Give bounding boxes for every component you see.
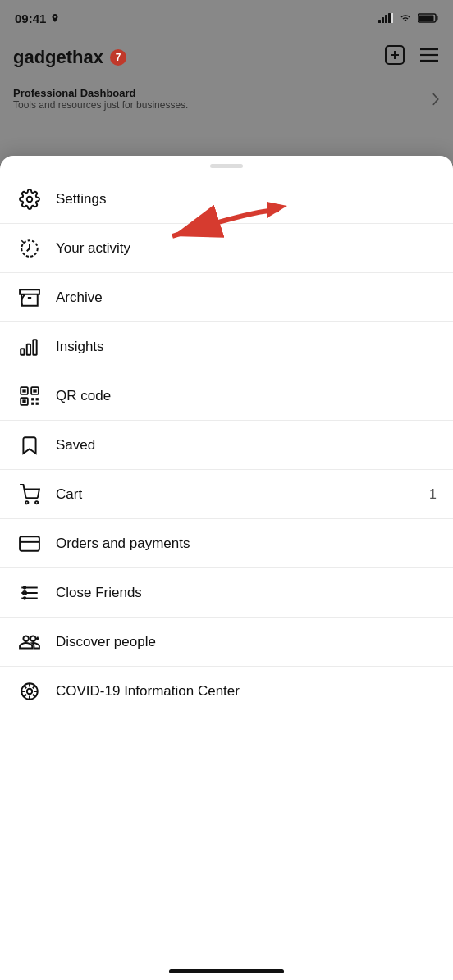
professional-text: Professional Dashboard Tools and resourc… bbox=[13, 87, 188, 111]
app-title: gadgethax 7 bbox=[13, 47, 126, 68]
location-icon bbox=[50, 13, 60, 23]
sheet-handle bbox=[210, 164, 243, 168]
qr-code-label: QR code bbox=[56, 388, 111, 404]
svg-rect-26 bbox=[33, 389, 36, 392]
discover-people-label: Discover people bbox=[56, 634, 156, 650]
pro-subtitle: Tools and resources just for businesses. bbox=[13, 99, 188, 111]
svg-point-32 bbox=[25, 501, 28, 504]
insights-icon bbox=[16, 334, 43, 360]
svg-line-50 bbox=[24, 686, 26, 688]
svg-rect-27 bbox=[22, 399, 25, 403]
svg-rect-31 bbox=[36, 402, 39, 404]
notification-badge: 7 bbox=[110, 49, 126, 66]
saved-label: Saved bbox=[56, 437, 95, 454]
qr-code-icon bbox=[16, 383, 43, 409]
chevron-right-icon bbox=[432, 93, 440, 106]
covid-label: COVID-19 Information Center bbox=[56, 683, 240, 700]
svg-rect-6 bbox=[437, 16, 438, 21]
menu-item-saved[interactable]: Saved bbox=[0, 421, 453, 470]
cart-badge: 1 bbox=[429, 487, 437, 502]
menu-item-archive[interactable]: Archive bbox=[0, 273, 453, 322]
menu-item-close-friends[interactable]: Close Friends bbox=[0, 568, 453, 618]
svg-point-45 bbox=[27, 689, 33, 695]
menu-list: Settings Your activity bbox=[0, 175, 453, 716]
svg-point-39 bbox=[23, 586, 26, 589]
svg-rect-19 bbox=[21, 349, 24, 355]
menu-item-orders-payments[interactable]: Orders and payments bbox=[0, 519, 453, 568]
orders-payments-label: Orders and payments bbox=[56, 536, 190, 552]
app-name: gadgethax bbox=[13, 47, 103, 68]
menu-item-your-activity[interactable]: Your activity bbox=[0, 224, 453, 273]
covid-icon bbox=[16, 678, 43, 704]
cart-label: Cart bbox=[56, 486, 82, 503]
discover-people-icon bbox=[16, 629, 43, 655]
cart-icon bbox=[16, 481, 43, 508]
svg-rect-2 bbox=[385, 15, 387, 23]
menu-item-cart[interactable]: Cart 1 bbox=[0, 470, 453, 519]
insights-label: Insights bbox=[56, 339, 104, 355]
svg-point-16 bbox=[27, 196, 33, 202]
svg-rect-1 bbox=[382, 17, 384, 23]
add-post-button[interactable] bbox=[384, 44, 405, 71]
home-indicator bbox=[169, 969, 284, 973]
svg-point-41 bbox=[23, 596, 26, 599]
menu-item-discover-people[interactable]: Discover people bbox=[0, 618, 453, 667]
svg-rect-4 bbox=[391, 13, 393, 23]
svg-rect-0 bbox=[378, 20, 381, 23]
svg-rect-34 bbox=[20, 536, 39, 550]
menu-button[interactable] bbox=[419, 46, 440, 69]
app-header: gadgethax 7 bbox=[0, 36, 453, 79]
menu-item-insights[interactable]: Insights bbox=[0, 322, 453, 371]
status-icons bbox=[378, 13, 438, 23]
status-time: 09:41 bbox=[15, 11, 60, 25]
signal-icon bbox=[378, 13, 393, 23]
menu-item-covid[interactable]: COVID-19 Information Center bbox=[0, 667, 453, 716]
svg-rect-28 bbox=[31, 398, 34, 400]
settings-icon bbox=[16, 186, 43, 212]
bottom-sheet: Settings Your activity bbox=[0, 156, 453, 980]
svg-rect-25 bbox=[22, 389, 25, 392]
svg-line-51 bbox=[33, 695, 35, 697]
app-header-icons bbox=[384, 44, 440, 71]
time-display: 09:41 bbox=[15, 11, 46, 25]
svg-rect-7 bbox=[419, 16, 434, 21]
saved-icon bbox=[16, 432, 43, 458]
card-icon bbox=[16, 531, 43, 557]
close-friends-icon bbox=[16, 580, 43, 606]
svg-line-53 bbox=[24, 695, 26, 697]
svg-rect-20 bbox=[27, 344, 30, 354]
professional-dashboard-bar[interactable]: Professional Dashboard Tools and resourc… bbox=[0, 79, 453, 119]
svg-line-52 bbox=[33, 686, 35, 688]
svg-rect-3 bbox=[388, 13, 391, 23]
archive-icon bbox=[16, 285, 43, 311]
activity-label: Your activity bbox=[56, 240, 130, 257]
svg-rect-29 bbox=[36, 398, 39, 400]
wifi-icon bbox=[399, 13, 412, 23]
svg-point-33 bbox=[35, 501, 38, 504]
menu-item-settings[interactable]: Settings bbox=[0, 175, 453, 224]
archive-label: Archive bbox=[56, 289, 103, 306]
close-friends-label: Close Friends bbox=[56, 585, 142, 601]
status-bar: 09:41 bbox=[0, 0, 453, 36]
pro-title: Professional Dashboard bbox=[13, 87, 188, 99]
menu-item-qr-code[interactable]: QR code bbox=[0, 371, 453, 421]
activity-icon bbox=[16, 235, 43, 262]
svg-line-18 bbox=[21, 240, 24, 243]
settings-label: Settings bbox=[56, 191, 106, 207]
svg-rect-30 bbox=[31, 402, 34, 404]
battery-icon bbox=[418, 13, 438, 23]
svg-rect-21 bbox=[33, 340, 36, 354]
